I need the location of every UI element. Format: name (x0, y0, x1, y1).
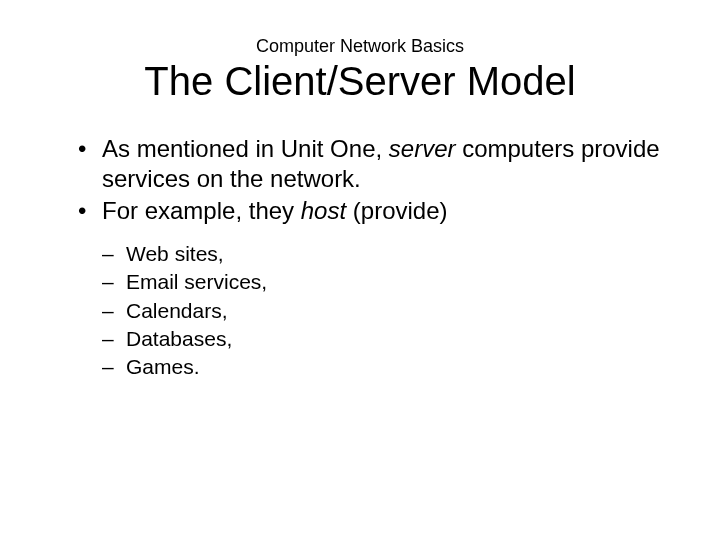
sub-bullet-item: Games. (102, 353, 670, 381)
sub-bullet-item: Databases, (102, 325, 670, 353)
bullet-text: As mentioned in Unit One, (102, 135, 389, 162)
bullet-item: As mentioned in Unit One, server compute… (78, 134, 670, 194)
sub-bullet-item: Calendars, (102, 297, 670, 325)
slide: Computer Network Basics The Client/Serve… (0, 0, 720, 382)
sub-bullet-item: Email services, (102, 268, 670, 296)
bullet-emphasis: server (389, 135, 456, 162)
bullet-emphasis: host (301, 197, 346, 224)
bullet-item: For example, they host (provide) (78, 196, 670, 226)
slide-overtitle: Computer Network Basics (50, 36, 670, 57)
sub-bullet-item: Web sites, (102, 240, 670, 268)
bullet-text: (provide) (346, 197, 447, 224)
bullet-text: For example, they (102, 197, 301, 224)
slide-title: The Client/Server Model (50, 59, 670, 104)
sub-bullet-list: Web sites, Email services, Calendars, Da… (50, 240, 670, 382)
bullet-list: As mentioned in Unit One, server compute… (50, 134, 670, 226)
